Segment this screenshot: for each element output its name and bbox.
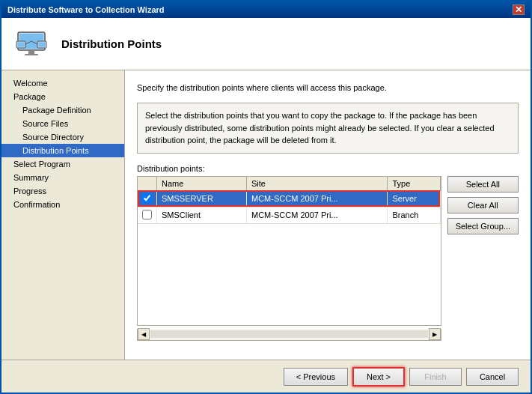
sidebar-item-summary[interactable]: Summary xyxy=(1,171,124,184)
svg-rect-7 xyxy=(39,42,46,46)
sidebar-item-package[interactable]: Package xyxy=(1,90,124,103)
main-area: WelcomePackagePackage DefinitionSource F… xyxy=(1,70,531,360)
info-text: Select the distribution points that you … xyxy=(145,111,495,145)
side-buttons: Select All Clear All Select Group... xyxy=(447,176,519,234)
scrollbar-track[interactable] xyxy=(150,330,428,338)
col-name[interactable]: Name xyxy=(157,177,247,191)
top-description: Specify the distribution points where cl… xyxy=(137,82,519,94)
table-and-buttons: Name Site Type SMSSERVERMCM-SCCM 2007 Pr… xyxy=(137,176,519,341)
clear-all-button[interactable]: Clear All xyxy=(447,197,519,213)
checkbox-input[interactable] xyxy=(142,193,152,203)
wizard-header: Distribution Points xyxy=(1,18,531,70)
cancel-button[interactable]: Cancel xyxy=(466,368,519,386)
row-type: Server xyxy=(388,190,440,207)
col-site[interactable]: Site xyxy=(247,177,388,191)
row-site: MCM-SCCM 2007 Pri... xyxy=(247,207,388,223)
row-name: SMSClient xyxy=(157,207,247,223)
sidebar: WelcomePackagePackage DefinitionSource F… xyxy=(1,70,125,360)
horizontal-scrollbar[interactable]: ◀ ▶ xyxy=(137,329,441,341)
table-header-row: Name Site Type xyxy=(138,177,440,191)
header-title: Distribution Points xyxy=(61,37,162,50)
window-title: Distribute Software to Collection Wizard xyxy=(7,5,165,14)
svg-rect-2 xyxy=(28,50,34,54)
row-site: MCM-SCCM 2007 Pri... xyxy=(247,190,388,207)
previous-button[interactable]: < Previous xyxy=(284,368,348,386)
select-all-button[interactable]: Select All xyxy=(447,176,519,193)
row-type: Branch xyxy=(388,207,440,223)
table-row[interactable]: SMSClientMCM-SCCM 2007 Pri...Branch xyxy=(138,207,440,223)
sidebar-item-package-definition[interactable]: Package Definition xyxy=(1,103,124,117)
sidebar-item-progress[interactable]: Progress xyxy=(1,184,124,198)
col-type[interactable]: Type xyxy=(388,177,440,191)
row-checkbox[interactable] xyxy=(138,190,157,207)
svg-rect-3 xyxy=(25,54,38,55)
distribution-icon xyxy=(15,28,48,61)
title-bar: Distribute Software to Collection Wizard… xyxy=(1,1,531,18)
header-icon xyxy=(13,26,49,62)
content-area: Specify the distribution points where cl… xyxy=(125,70,531,360)
table-row[interactable]: SMSSERVERMCM-SCCM 2007 Pri...Server xyxy=(138,190,440,207)
finish-button[interactable]: Finish xyxy=(409,368,462,386)
sidebar-item-select-program[interactable]: Select Program xyxy=(1,157,124,171)
sidebar-item-welcome[interactable]: Welcome xyxy=(1,76,124,90)
close-button[interactable]: ✕ xyxy=(513,4,525,15)
checkbox-input[interactable] xyxy=(142,210,152,219)
next-button[interactable]: Next > xyxy=(352,367,405,387)
dist-points-label: Distribution points: xyxy=(137,164,519,173)
sidebar-item-source-directory[interactable]: Source Directory xyxy=(1,130,124,144)
select-group-button[interactable]: Select Group... xyxy=(447,218,519,234)
row-checkbox[interactable] xyxy=(138,207,157,223)
row-name: SMSSERVER xyxy=(157,190,247,207)
scroll-right-btn[interactable]: ▶ xyxy=(429,328,441,340)
col-checkbox xyxy=(138,177,157,191)
distribution-table[interactable]: Name Site Type SMSSERVERMCM-SCCM 2007 Pr… xyxy=(137,176,441,326)
wizard-window: Distribute Software to Collection Wizard… xyxy=(0,0,532,394)
svg-rect-5 xyxy=(18,42,25,46)
sidebar-item-confirmation[interactable]: Confirmation xyxy=(1,198,124,211)
info-box: Select the distribution points that you … xyxy=(137,103,519,154)
sidebar-item-source-files[interactable]: Source Files xyxy=(1,117,124,130)
scroll-left-btn[interactable]: ◀ xyxy=(138,328,150,340)
sidebar-item-distribution-points[interactable]: Distribution Points xyxy=(1,144,124,157)
wizard-footer: < Previous Next > Finish Cancel xyxy=(1,360,531,393)
